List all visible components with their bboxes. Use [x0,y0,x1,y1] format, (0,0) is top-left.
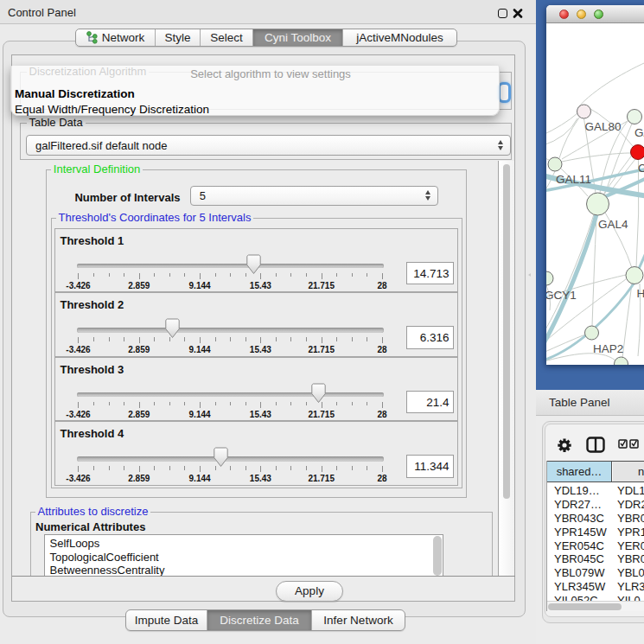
threshold-value-field[interactable]: 11.344 [406,455,455,478]
slider-thumb[interactable] [246,254,261,275]
network-canvas[interactable]: GAL80GACGAL11GAL4GCY1HHAP2 [546,23,644,365]
threshold-label: Threshold 4 [60,427,124,440]
apply-button[interactable]: Apply [276,581,343,602]
close-traffic-icon[interactable] [559,10,569,19]
cell-shared-name[interactable]: YDL19… [554,484,600,497]
table-row[interactable]: YDR27…YDR2 [547,496,644,510]
network-edge-highlighted[interactable] [546,214,596,345]
vertical-scrollbar[interactable] [499,161,515,576]
horizontal-scrollbar-thumb[interactable] [548,603,622,610]
cell-name[interactable]: YBL0 [617,566,644,579]
threshold-value-field[interactable]: 14.713 [406,262,455,285]
tab-discretize-data[interactable]: Discretize Data [207,610,311,630]
tab-network[interactable]: Network [76,29,155,46]
slider-thumb[interactable] [214,447,228,468]
algorithm-combobox-focus[interactable] [498,82,511,103]
vertical-scrollbar-thumb[interactable] [503,164,510,499]
table-row[interactable]: YBR043CYBR0 [547,510,644,524]
network-node-label: GAL80 [585,120,622,133]
tab-infer-network[interactable]: Infer Network [311,610,405,630]
popup-option-manual[interactable]: Manual Discretization [15,87,135,100]
tab-jactivemnodules[interactable]: jActiveMNodules [342,29,456,46]
threshold-value-field[interactable]: 6.316 [406,326,455,349]
cell-name[interactable]: YDR2 [617,498,644,511]
list-item[interactable]: BetweennessCentrality [45,564,443,576]
num-intervals-combobox[interactable]: 5 [190,186,438,206]
gear-icon[interactable] [558,438,571,452]
list-scrollbar-thumb[interactable] [433,536,442,576]
split-table-icon[interactable] [586,437,605,453]
network-edge[interactable] [562,153,631,162]
tab-style[interactable]: Style [155,29,200,46]
network-edge[interactable] [546,118,577,146]
select-columns-icon[interactable] [618,439,640,449]
table-row[interactable]: YPR145WYPR1 [547,524,644,538]
tab-select[interactable]: Select [200,29,252,46]
cell-shared-name[interactable]: YDR27… [554,498,602,511]
cell-name[interactable]: YER0 [617,539,644,552]
threshold-value-field[interactable]: 21.4 [406,391,455,414]
cell-name[interactable]: YLR3 [617,580,644,593]
cell-shared-name[interactable]: YPR145W [554,526,607,539]
zoom-traffic-icon[interactable] [594,10,603,19]
popup-prompt-item[interactable]: Select algorithm to view settings [42,67,499,80]
tab-impute-data[interactable]: Impute Data [126,610,207,630]
network-edge[interactable] [546,214,594,336]
slider-thumb[interactable] [311,383,326,404]
table-data-combobox[interactable]: galFiltered.sif default node [26,135,511,156]
cell-name[interactable]: YPR1 [617,526,644,539]
table-row[interactable]: YBR045CYBR0 [547,551,644,564]
horizontal-scrollbar[interactable] [547,601,644,611]
table-row[interactable]: YLR345WYLR3 [547,578,644,592]
slider-thumb[interactable] [165,318,180,339]
network-edge[interactable] [604,124,632,195]
network-node[interactable] [615,357,628,365]
cell-shared-name[interactable]: YBR045C [554,552,604,565]
slider-tick [322,402,322,408]
app-root: Control Panel Network Style Select Cyni … [0,0,644,644]
node-table: shared… na YDL19…YDL1YDR27…YDR2YBR043CYB… [546,461,644,611]
network-edge[interactable] [559,118,579,158]
network-node[interactable] [548,157,562,171]
network-node[interactable] [577,105,591,118]
slider-track[interactable] [77,264,384,269]
cell-shared-name[interactable]: YBR043C [554,512,604,525]
network-node[interactable] [587,193,609,215]
network-node[interactable] [585,326,599,340]
close-icon[interactable] [513,9,523,18]
slider-tick [93,337,94,341]
attributes-list[interactable]: SelfLoops TopologicalCoefficient Between… [44,534,443,577]
cell-shared-name[interactable]: YER054C [554,539,604,552]
network-node[interactable] [546,271,553,285]
tab-cyni-toolbox[interactable]: Cyni Toolbox [252,29,342,46]
slider-tick [245,466,246,470]
split-divider-arrow[interactable] [528,273,531,277]
column-header-shared-name[interactable]: shared… [547,462,612,481]
slider-track[interactable] [77,456,384,462]
network-edge[interactable] [577,60,644,108]
cell-shared-name[interactable]: YBL079W [554,566,605,579]
list-item[interactable]: TopologicalCoefficient [45,551,443,564]
slider-track[interactable] [77,328,384,333]
cell-name[interactable]: YDL1 [617,484,644,497]
float-window-icon[interactable] [498,9,507,18]
slider-tick [215,273,216,277]
column-header-name[interactable]: na [613,462,644,481]
network-window-titlebar[interactable] [546,5,644,23]
network-node[interactable] [628,110,642,124]
network-edge[interactable] [636,160,639,267]
minimize-traffic-icon[interactable] [577,10,586,19]
popup-option-equal-width[interactable]: Equal Width/Frequency Discretization [15,103,209,116]
slider-track[interactable] [77,392,384,398]
network-edge[interactable] [546,155,549,160]
network-node[interactable] [626,267,643,284]
list-item[interactable]: SelfLoops [45,537,443,551]
cell-name[interactable]: YBR0 [617,552,644,565]
table-row[interactable]: YER054CYER0 [547,538,644,552]
network-node[interactable] [631,145,644,160]
table-row[interactable]: YBL079WYBL0 [547,564,644,578]
table-row[interactable]: YDL19…YDL1 [547,482,644,496]
cell-shared-name[interactable]: YLR345W [554,580,605,593]
cell-name[interactable]: YBR0 [617,512,644,525]
network-edge[interactable] [546,113,577,136]
